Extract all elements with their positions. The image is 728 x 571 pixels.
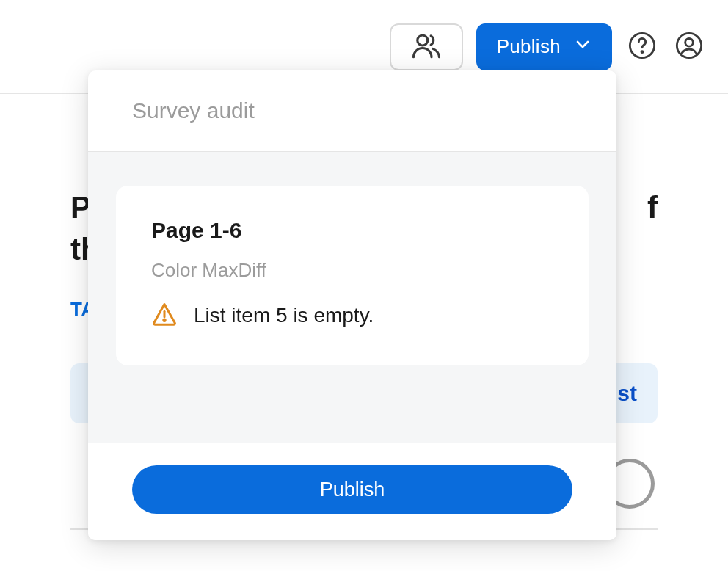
audit-card[interactable]: Page 1-6 Color MaxDiff List item 5 is em…	[116, 186, 589, 365]
help-button[interactable]	[625, 30, 659, 64]
audit-page-label: Page 1-6	[151, 218, 553, 243]
chevron-down-icon	[574, 35, 592, 58]
audit-warning-row: List item 5 is empty.	[151, 301, 553, 330]
audit-question-label: Color MaxDiff	[151, 259, 553, 282]
modal-footer: Publish	[88, 443, 616, 540]
people-icon	[411, 30, 442, 64]
survey-audit-modal: Survey audit Page 1-6 Color MaxDiff List…	[88, 70, 616, 540]
publish-button[interactable]: Publish	[132, 465, 572, 514]
audit-warning-text: List item 5 is empty.	[194, 304, 374, 327]
publish-dropdown-button[interactable]: Publish	[476, 23, 612, 70]
svg-point-6	[164, 319, 165, 321]
user-icon	[674, 31, 704, 63]
collaborators-button[interactable]	[390, 23, 463, 70]
heading-fragment-right: f	[647, 187, 658, 229]
warning-icon	[151, 301, 178, 330]
svg-point-4	[685, 38, 694, 46]
svg-point-2	[641, 51, 643, 52]
publish-dropdown-label: Publish	[497, 35, 561, 58]
account-button[interactable]	[672, 30, 706, 64]
modal-title: Survey audit	[88, 70, 616, 152]
option-band-text-fragment: st	[617, 381, 637, 406]
modal-body: Page 1-6 Color MaxDiff List item 5 is em…	[88, 152, 616, 443]
svg-point-0	[417, 35, 427, 46]
help-icon	[627, 31, 657, 63]
